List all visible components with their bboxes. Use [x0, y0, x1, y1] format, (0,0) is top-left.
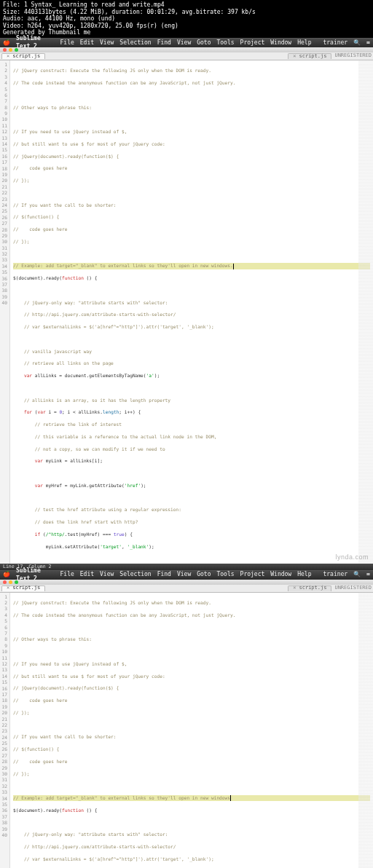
- code-editor[interactable]: 1234567891011121314151617181920212223242…: [0, 593, 373, 868]
- tab-active[interactable]: ×script.js: [1, 585, 45, 591]
- tab-active[interactable]: ×script.js: [1, 53, 45, 59]
- menu-project[interactable]: Project: [240, 571, 265, 579]
- tab-inactive[interactable]: ×script.js: [288, 53, 331, 59]
- menu-window[interactable]: Window: [270, 571, 291, 579]
- editor-pane-2: 🍎 Sublime Text 2 File Edit View Selectio…: [0, 570, 373, 868]
- code-area[interactable]: // jQuery construct: Execute the followi…: [10, 60, 373, 564]
- menu-icon[interactable]: ≡: [366, 571, 370, 579]
- line-gutter: 1234567891011121314151617181920212223242…: [0, 60, 10, 564]
- file-info-generator: Generated by Thumbnail me: [3, 29, 370, 36]
- minimap[interactable]: [358, 593, 373, 868]
- tab-bar: ×script.js ×script.js UNREGISTERED: [0, 52, 373, 60]
- menu-goto[interactable]: Goto: [197, 39, 211, 47]
- menu-project[interactable]: Project: [240, 39, 265, 47]
- close-icon[interactable]: [3, 48, 7, 52]
- minimize-icon[interactable]: [9, 48, 12, 52]
- menu-user[interactable]: trainer: [323, 39, 348, 47]
- app-name: Sublime Text 2: [16, 35, 55, 51]
- line-gutter: 1234567891011121314151617181920212223242…: [0, 593, 10, 868]
- tab-label: script.js: [12, 585, 40, 591]
- menu-file[interactable]: File: [60, 39, 74, 47]
- file-info-header: File: 1 Syntax_ Learning to read and wri…: [0, 0, 373, 38]
- close-icon[interactable]: [3, 580, 7, 584]
- menu-goto[interactable]: Goto: [197, 571, 211, 579]
- menu-selection[interactable]: Selection: [119, 39, 151, 47]
- tab-inactive[interactable]: ×script.js: [288, 585, 331, 591]
- menu-selection[interactable]: Selection: [119, 571, 151, 579]
- search-icon[interactable]: 🔍: [353, 571, 361, 579]
- file-info-video: Video: h264, yuv420p, 1280x720, 25.00 fp…: [3, 23, 370, 30]
- menu-view2[interactable]: View: [177, 39, 191, 47]
- menu-user[interactable]: trainer: [323, 571, 348, 579]
- code-editor[interactable]: 1234567891011121314151617181920212223242…: [0, 60, 373, 564]
- menu-file[interactable]: File: [60, 571, 74, 579]
- editor-pane-1: 🍎 Sublime Text 2 File Edit View Selectio…: [0, 38, 373, 570]
- window-titlebar: [0, 47, 373, 52]
- unregistered-label: UNREGISTERED: [334, 585, 372, 591]
- apple-icon: 🍎: [3, 571, 10, 579]
- menu-view2[interactable]: View: [177, 571, 191, 579]
- menu-tools[interactable]: Tools: [216, 571, 234, 579]
- tab-close-icon[interactable]: ×: [7, 585, 9, 591]
- zoom-icon[interactable]: [15, 580, 18, 584]
- watermark-lynda: lynda.com: [335, 553, 369, 561]
- menu-find[interactable]: Find: [157, 39, 171, 47]
- code-area[interactable]: // jQuery construct: Execute the followi…: [10, 593, 373, 868]
- tab-bar: ×script.js ×script.js UNREGISTERED: [0, 585, 373, 593]
- status-bar: Line 17, Column 2: [0, 564, 373, 570]
- file-info-audio: Audio: aac, 44100 Hz, mono (und): [3, 15, 370, 23]
- menu-find[interactable]: Find: [157, 571, 171, 579]
- menu-edit[interactable]: Edit: [80, 39, 94, 47]
- menu-help[interactable]: Help: [297, 39, 311, 47]
- menu-help[interactable]: Help: [297, 571, 311, 579]
- menubar: 🍎 Sublime Text 2 File Edit View Selectio…: [0, 39, 373, 47]
- menu-edit[interactable]: Edit: [80, 571, 94, 579]
- window-titlebar: [0, 580, 373, 585]
- menu-view[interactable]: View: [100, 39, 114, 47]
- tab-label: script.js: [299, 585, 326, 591]
- file-info-size: Size: 4403131bytes (4.22 MiB), duration:…: [3, 9, 370, 16]
- minimize-icon[interactable]: [9, 580, 12, 584]
- menu-icon[interactable]: ≡: [366, 39, 370, 47]
- text-cursor: [233, 264, 234, 269]
- menu-window[interactable]: Window: [270, 39, 291, 47]
- app-name: Sublime Text 2: [16, 567, 55, 583]
- minimap[interactable]: [358, 60, 373, 564]
- search-icon[interactable]: 🔍: [353, 39, 361, 47]
- tab-close-icon[interactable]: ×: [293, 585, 296, 591]
- menu-tools[interactable]: Tools: [216, 39, 234, 47]
- unregistered-label: UNREGISTERED: [334, 52, 372, 59]
- apple-icon: 🍎: [3, 39, 10, 47]
- file-info-name: File: 1 Syntax_ Learning to read and wri…: [3, 1, 370, 9]
- tab-label: script.js: [12, 53, 40, 60]
- zoom-icon[interactable]: [15, 48, 18, 52]
- tab-close-icon[interactable]: ×: [293, 53, 296, 60]
- menu-view[interactable]: View: [100, 571, 114, 579]
- tab-close-icon[interactable]: ×: [7, 53, 9, 60]
- text-cursor: [230, 795, 231, 801]
- menubar: 🍎 Sublime Text 2 File Edit View Selectio…: [0, 571, 373, 580]
- tab-label: script.js: [299, 53, 326, 60]
